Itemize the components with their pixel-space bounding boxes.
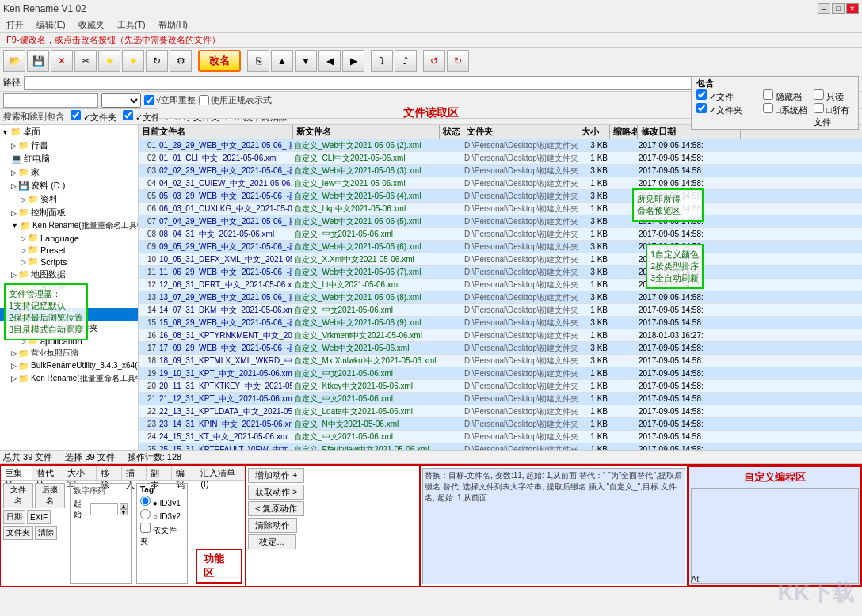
contains-hidden[interactable]: □所有文件 [814,103,853,128]
arrow-right-button[interactable]: ▶ [342,50,364,72]
file-row[interactable]: 0201_01_CLI_中文_2021-05-06.xml自定义_CLI中文20… [139,152,862,165]
cut-button[interactable]: ✂ [74,50,97,72]
file-row[interactable]: 1212_06_31_DERT_中文_2021-05-06.xml自定义_Lt中… [139,279,862,291]
save-button[interactable]: 💾 [27,50,49,72]
minimize-button[interactable]: ─ [818,3,830,14]
file-row[interactable]: 0707_04_29_WEB_中文_2021-05-06_-副本(5).xml自… [139,215,862,228]
tab-copy[interactable]: 副本 [147,466,172,480]
set-action-button[interactable]: 枚定... [248,534,296,549]
exif-btn[interactable]: EXIF [27,510,51,524]
col-num[interactable]: 目前文件名 [139,125,293,139]
file-row[interactable]: 2222_13_31_KPTLDATA_中文_2021-05-06.xml自定义… [139,405,862,418]
contains-system[interactable]: □系统档 [763,103,811,128]
immediate-checkbox[interactable] [144,95,154,105]
rename-button[interactable]: 改名 [198,50,241,72]
get-action-button[interactable]: 获取动作 > [248,485,304,500]
contains-folder[interactable]: ✓文件夹 [696,103,760,128]
settings-button[interactable]: ⚙ [170,50,192,72]
file-list-body[interactable]: 0101_29_29_WEB_中文_2021-05-06_-副本(2).xml自… [139,139,862,450]
file-row[interactable]: 1414_07_31_DKM_中文_2021-05-06.xml自定义_中文20… [139,304,862,317]
open-button[interactable]: 📂 [3,50,25,72]
col-ext[interactable]: 文件夹 [463,125,578,139]
undo-button[interactable]: ↺ [423,50,445,72]
file-row[interactable]: 0404_02_31_CUIEW_中文_2021-05-06.xml自定义_Ie… [139,177,862,190]
tab-import[interactable]: 汇入清单(I) [196,466,245,480]
copy-button[interactable]: ⎘ [247,50,269,72]
file-row[interactable]: 1919_10_31_KPT_中文_2021-05-06.xml自定义_中文20… [139,367,862,380]
file-row[interactable]: 0808_04_31_中文_2021-05-06.xml自定义_中文2021-0… [139,228,862,241]
rename2-btn[interactable]: 文件夹 [3,526,33,540]
tree-item-desktop[interactable]: ▼ 📁 桌面 [0,125,138,139]
subfolder-check[interactable]: 依文件夹 [140,523,184,547]
tree-item-computer[interactable]: 💻 红电脑 [0,152,138,165]
id3v1-radio[interactable]: ● ID3v1 [140,496,184,508]
tree-item-control[interactable]: ▷ 📁 控制面板 [0,206,138,219]
col-status[interactable]: 状态 [440,125,463,139]
tree-item-business[interactable]: ▷ 📁 营业执照压缩 [0,347,138,359]
arrow-down-button[interactable]: ▼ [295,50,317,72]
seq-start-input[interactable] [90,503,118,515]
tree-item-mapdata[interactable]: ▷ 📁 地图数据 [0,268,138,281]
file-row[interactable]: 1515_08_29_WEB_中文_2021-05-06_-副本(9).xml自… [139,317,862,329]
file-row[interactable]: 2020_11_31_KPTKTKEY_中文_2021-05-06.xml自定义… [139,380,862,393]
tree-item-drive-d[interactable]: ▷ 💾 资料 (D:) [0,179,138,192]
tree-item-data[interactable]: ▷ 📁 资料 [0,192,138,206]
suffix-btn[interactable]: 后缀名 [35,483,65,508]
file-row[interactable]: 0909_05_29_WEB_中文_2021-05-06_-副本(6).xml自… [139,241,862,253]
tab-encode[interactable]: 编码 [172,466,197,480]
file-row[interactable]: 0101_29_29_WEB_中文_2021-05-06_-副本(2).xml自… [139,139,862,152]
star-button[interactable]: ★ [98,50,120,72]
redo-button[interactable]: ↻ [447,50,469,72]
col-abbr[interactable]: 缩略名 [610,125,638,139]
filename-btn[interactable]: 文件名 [3,483,33,508]
contains-file[interactable]: ✓文件 [696,89,760,103]
import-button[interactable]: ⤵ [371,50,393,72]
contains-readonly[interactable]: 只读 [814,89,853,103]
menu-tools[interactable]: 工具(T) [114,18,149,32]
delete-button[interactable]: ✕ [51,50,73,72]
file-row[interactable]: 1010_05_31_DEFX_XML_中文_2021-05-06.xml自定义… [139,253,862,266]
menu-help[interactable]: 帮助(H) [155,18,191,32]
file-row[interactable]: 1616_08_31_KPTYRNKMENT_中文_2021-05-06.xml… [139,329,862,342]
arrow-left-button[interactable]: ◀ [318,50,341,72]
seq-down-button[interactable]: ▼ [120,509,128,515]
clear-btn[interactable]: 清除 [35,526,57,540]
file-row[interactable]: 1313_07_29_WEB_中文_2021-05-06_-副本(8).xml自… [139,291,862,304]
file-row[interactable]: 2424_15_31_KT_中文_2021-05-06.xml自定义_中文202… [139,431,862,443]
file-row[interactable]: 2121_12_31_KPT_中文_2021-05-06.xml自定义_中文20… [139,393,862,405]
file-row[interactable]: 2323_14_31_KPIN_中文_2021-05-06.xml自定义_N中文… [139,418,862,431]
tab-case[interactable]: 大小写 [63,466,97,480]
star2-button[interactable]: ★ [122,50,144,72]
tree-item-kenrename[interactable]: ▼ 📁 Ken Rename(批量重命名工具中文 [0,219,138,232]
remove-action-button[interactable]: 清除动作 [248,518,297,533]
file-row[interactable]: 0302_02_29_WEB_中文_2021-05-06_-副本(3).xml自… [139,165,862,177]
close-button[interactable]: ✕ [846,3,859,14]
maximize-button[interactable]: □ [832,3,845,14]
file-row[interactable]: 1111_06_29_WEB_中文_2021-05-06_-副本(7).xml自… [139,266,862,279]
restore-action-button[interactable]: < 复原动作 [248,501,304,516]
tree-item-bulk[interactable]: ▷ 📁 BulkRenameUtility_3.4.3_x64(重 [0,359,138,372]
file-row[interactable]: 2525_15_31_KPTEFAULT_VIEW_中文_2021-05-06.… [139,443,862,450]
tab-remove[interactable]: 移除 [97,466,122,480]
tree-item-language[interactable]: ▷ 📁 Language [0,232,138,244]
search-file-cb[interactable]: ✓文件 [123,110,160,124]
filter-select[interactable] [101,93,141,108]
col-newname[interactable]: 新文件名 [293,125,440,139]
regex-checkbox-label[interactable]: 使用正规表示式 [199,94,272,106]
menu-open[interactable]: 打开 [3,18,27,32]
tree-item-home[interactable]: ▷ 📁 家 [0,165,138,179]
arrow-up-button[interactable]: ▲ [271,50,293,72]
tab-replace[interactable]: 替代R [32,466,63,480]
tab-insert[interactable]: 插入 [122,466,147,480]
menu-favorites[interactable]: 收藏夹 [75,18,108,32]
seq-up-button[interactable]: ▲ [120,503,128,509]
immediate-checkbox-label[interactable]: √立即重整 [144,94,196,106]
tree-item-scripts[interactable]: ▷ 📁 Scripts [0,256,138,268]
export-button[interactable]: ⤴ [395,50,417,72]
id3v2-radio[interactable]: ○ ID3v2 [140,509,184,521]
file-row[interactable]: 1818_09_31_KPTMLX_XML_WKRD_中文_2021-05-06… [139,355,862,367]
tree-item-preset[interactable]: ▷ 📁 Preset [0,244,138,256]
search-folder-cb[interactable]: ✓文件夹 [71,110,116,124]
file-row[interactable]: 0606_03_01_CUXLKG_中文_2021-05-06.xml自定义_L… [139,203,862,215]
date-btn[interactable]: 日期 [3,510,25,524]
